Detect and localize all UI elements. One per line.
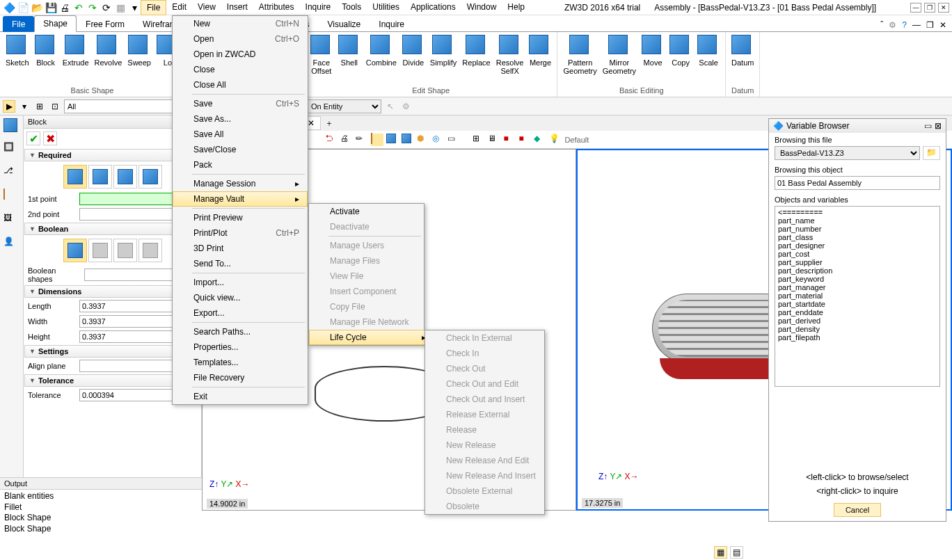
variable-item[interactable]: part_manager	[777, 283, 938, 291]
menu-item-save[interactable]: SaveCtrl+S	[173, 96, 308, 111]
variable-item[interactable]: part_name	[777, 216, 938, 225]
cube-icon[interactable]	[386, 134, 399, 146]
variable-browser-title[interactable]: 🔷Variable Browser▭⊠	[769, 119, 946, 133]
back-icon[interactable]: ⮌	[325, 134, 338, 146]
cancel-icon[interactable]: ✖	[43, 131, 57, 145]
menu-item-print-preview[interactable]: Print Preview	[173, 210, 308, 225]
user-icon[interactable]: 👤	[3, 237, 20, 253]
dropdown-icon[interactable]: ▾	[128, 1, 141, 14]
ribbon-sketch-button[interactable]: Sketch	[3, 33, 32, 86]
ribbon-extrude-button[interactable]: Extrude	[60, 33, 92, 86]
snap-select[interactable]: On Entity	[305, 99, 381, 113]
red-square-icon[interactable]: ■	[518, 134, 531, 146]
view-icon[interactable]: ▦	[714, 546, 727, 559]
ribbon-face-offset-button[interactable]: Face Offset	[308, 33, 335, 86]
red-square-icon[interactable]: ■	[503, 134, 516, 146]
menu-item-import-[interactable]: Import...	[173, 275, 308, 290]
filter-icon[interactable]: ▶	[3, 100, 15, 113]
menu-item-new[interactable]: NewCtrl+N	[173, 16, 308, 31]
close-tab-icon[interactable]: ✕	[308, 118, 315, 128]
menu-item-manage-session[interactable]: Manage Session	[173, 176, 308, 191]
variable-item[interactable]: part_supplier	[777, 258, 938, 266]
grid-icon[interactable]: ▦	[114, 1, 127, 14]
hex-icon[interactable]: ⬢	[417, 134, 429, 146]
menu-insert[interactable]: Insert	[221, 0, 253, 15]
menu-item-search-paths-[interactable]: Search Paths...	[173, 324, 308, 339]
menu-utilities[interactable]: Utilities	[367, 0, 405, 15]
default-label[interactable]: Default	[564, 136, 589, 144]
cancel-button[interactable]: Cancel	[834, 503, 881, 517]
ribbon-pattern-geometry-button[interactable]: Pattern Geometry	[560, 33, 599, 86]
open-icon[interactable]: 📂	[31, 1, 43, 14]
menu-item-pack[interactable]: Pack	[173, 157, 308, 173]
view-icon[interactable]: ▤	[730, 546, 743, 559]
ribbon-replace-button[interactable]: Replace	[459, 33, 493, 86]
variable-item[interactable]: part_number	[777, 225, 938, 233]
variable-item[interactable]: part_enddate	[777, 308, 938, 317]
child-close-icon[interactable]: ✕	[939, 20, 946, 30]
boolean-option-4[interactable]	[138, 239, 162, 262]
ribbon-scale-button[interactable]: Scale	[695, 33, 722, 86]
restore-icon[interactable]: ❐	[924, 3, 935, 13]
tool-icon[interactable]: ⊞	[473, 134, 485, 146]
menu-item-exit[interactable]: Exit	[173, 389, 308, 404]
menu-item-open[interactable]: OpenCtrl+O	[173, 31, 308, 47]
pt2-input[interactable]	[79, 208, 184, 221]
close-icon[interactable]: ✕	[938, 3, 949, 13]
cube-icon[interactable]	[3, 118, 20, 135]
printer-icon[interactable]: 🖨	[340, 134, 353, 146]
menu-inquire[interactable]: Inquire	[300, 0, 337, 15]
ribbon-simplify-button[interactable]: Simplify	[427, 33, 460, 86]
variable-item[interactable]: part_designer	[777, 241, 938, 250]
variable-item[interactable]: part_filepath	[777, 333, 938, 342]
variable-item[interactable]: part_description	[777, 266, 938, 275]
tool-icon[interactable]: ▾	[18, 100, 31, 113]
redo-icon[interactable]: ↷	[86, 1, 99, 14]
menu-attributes[interactable]: Attributes	[253, 0, 300, 15]
ribbon-tab-visualize[interactable]: Visualize	[318, 16, 370, 32]
ribbon-copy-button[interactable]: Copy	[667, 33, 695, 86]
tool-icon[interactable]: ⊞	[33, 100, 46, 113]
variable-item[interactable]: part_cost	[777, 250, 938, 258]
variable-item[interactable]: part_startdate	[777, 300, 938, 308]
ribbon-move-button[interactable]: Move	[639, 33, 667, 86]
child-restore-icon[interactable]: ❐	[926, 20, 934, 30]
hierarchy-icon[interactable]: ⎇	[3, 166, 20, 182]
window-icon[interactable]: ▭	[447, 134, 460, 146]
ribbon-sweep-button[interactable]: Sweep	[125, 33, 154, 86]
variable-item[interactable]: part_class	[777, 233, 938, 241]
menu-item-activate[interactable]: Activate	[309, 204, 434, 219]
shape-option-4[interactable]	[138, 165, 162, 189]
monitor-icon[interactable]: 🖥	[488, 134, 500, 146]
tree-icon[interactable]: 🔲	[3, 142, 20, 159]
object-input[interactable]	[775, 176, 940, 190]
pt1-input[interactable]	[79, 193, 184, 205]
ribbon-tab-shape[interactable]: Shape	[34, 15, 77, 32]
menu-item-send-to-[interactable]: Send To...	[173, 256, 308, 271]
gear-icon[interactable]: ⚙	[399, 100, 412, 113]
help-icon[interactable]: ?	[902, 20, 907, 30]
menu-item-export-[interactable]: Export...	[173, 305, 308, 321]
menu-item-properties-[interactable]: Properties...	[173, 339, 308, 355]
menu-item-save-close[interactable]: Save/Close	[173, 142, 308, 157]
ribbon-datum-button[interactable]: Datum	[729, 33, 756, 86]
menu-help[interactable]: Help	[502, 0, 530, 15]
cube-icon[interactable]	[371, 134, 383, 146]
menu-item-quick-view-[interactable]: Quick view...	[173, 290, 308, 305]
menu-item-open-in-zwcad[interactable]: Open in ZWCAD	[173, 47, 308, 62]
boolean-option-3[interactable]	[113, 239, 137, 262]
menu-item-life-cycle[interactable]: Life Cycle	[309, 330, 434, 345]
ribbon-revolve-button[interactable]: Revolve	[92, 33, 125, 86]
layer-icon[interactable]	[3, 189, 20, 206]
file-select[interactable]: BassPedal-V13.Z3	[775, 146, 920, 160]
length-input[interactable]	[79, 300, 184, 312]
folder-icon[interactable]: 📁	[923, 146, 940, 160]
add-tab-icon[interactable]: ＋	[321, 118, 338, 129]
save-icon[interactable]: 💾	[45, 1, 57, 14]
variable-item[interactable]: part_density	[777, 325, 938, 333]
boolean-shapes-input[interactable]	[84, 269, 186, 281]
height-input[interactable]	[79, 330, 184, 343]
new-icon[interactable]: 📄	[17, 1, 29, 14]
child-minimize-icon[interactable]: —	[912, 20, 921, 30]
ribbon-mirror-geometry-button[interactable]: Mirror Geometry	[600, 33, 639, 86]
